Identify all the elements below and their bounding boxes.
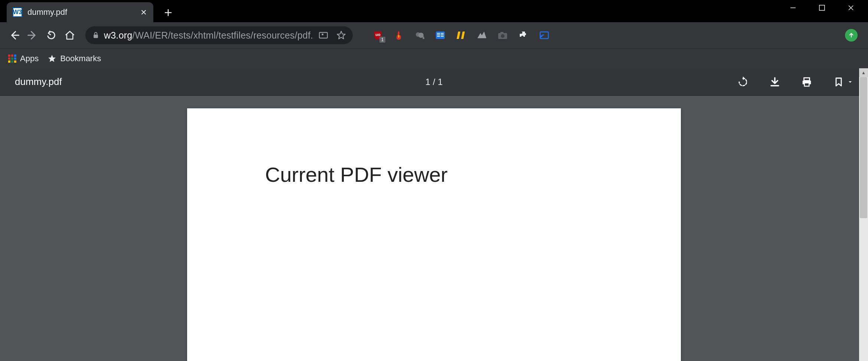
pdf-actions — [737, 76, 853, 88]
svg-rect-11 — [437, 36, 440, 37]
svg-rect-14 — [441, 36, 444, 37]
reader-extension-icon[interactable] — [435, 30, 446, 40]
svg-rect-12 — [441, 33, 444, 34]
forward-button[interactable] — [25, 28, 40, 43]
camera-extension-icon[interactable] — [497, 30, 508, 40]
svg-rect-9 — [437, 33, 440, 34]
svg-rect-0 — [819, 5, 825, 10]
svg-rect-10 — [437, 35, 440, 35]
browser-tab[interactable]: W3 dummy.pdf — [7, 2, 153, 22]
install-app-icon[interactable] — [319, 30, 328, 40]
svg-point-16 — [501, 34, 505, 38]
pdf-filename: dummy.pdf — [15, 76, 62, 88]
reload-button[interactable] — [44, 28, 59, 43]
minimize-button[interactable] — [789, 4, 797, 12]
bookmarks-shortcut[interactable]: Bookmarks — [48, 54, 101, 63]
new-tab-button[interactable] — [164, 8, 173, 17]
address-bar[interactable]: w3.org/WAI/ER/tests/xhtml/testfiles/reso… — [85, 26, 353, 44]
svg-text:uo: uo — [375, 32, 381, 37]
scroll-up-button[interactable]: ▲ — [859, 68, 868, 77]
yellow-bars-extension-icon[interactable] — [456, 30, 466, 40]
bookmarks-label: Bookmarks — [60, 54, 101, 63]
mountain-extension-icon[interactable] — [477, 30, 487, 40]
close-window-button[interactable] — [847, 4, 855, 12]
star-icon — [48, 54, 56, 63]
pdf-page-indicator[interactable]: 1 / 1 — [425, 77, 443, 87]
pdf-page: Current PDF viewer — [187, 108, 681, 361]
flame-extension-icon[interactable] — [394, 30, 404, 40]
print-button[interactable] — [801, 76, 812, 88]
extension-badge: 1 — [379, 37, 385, 43]
profile-avatar[interactable] — [845, 29, 858, 42]
pdf-viewport[interactable]: Current PDF viewer — [0, 96, 868, 361]
bookmarks-bar: Apps Bookmarks — [0, 48, 868, 68]
url-host: w3.org — [104, 30, 132, 40]
cast-icon[interactable] — [539, 30, 549, 40]
pdf-toolbar: dummy.pdf 1 / 1 — [0, 68, 868, 96]
pdf-heading-text: Current PDF viewer — [265, 163, 448, 187]
window-controls — [789, 0, 868, 22]
home-button[interactable] — [62, 28, 77, 43]
w3-favicon: W3 — [13, 7, 22, 17]
tab-title: dummy.pdf — [27, 7, 135, 17]
scroll-thumb[interactable] — [860, 77, 867, 218]
apps-shortcut[interactable]: Apps — [8, 54, 39, 63]
close-tab-button[interactable] — [140, 9, 147, 16]
url-text: w3.org/WAI/ER/tests/xhtml/testfiles/reso… — [104, 30, 314, 41]
apps-label: Apps — [20, 54, 39, 63]
extensions-area: uo 1 s — [373, 30, 549, 40]
svg-rect-17 — [500, 32, 503, 33]
svg-rect-21 — [805, 83, 809, 86]
gray-cloud-extension-icon[interactable]: s — [414, 30, 425, 40]
lock-icon — [92, 32, 99, 39]
svg-rect-13 — [441, 35, 444, 35]
bookmark-star-icon[interactable] — [336, 30, 346, 40]
svg-rect-19 — [804, 78, 810, 81]
apps-grid-icon — [8, 55, 16, 63]
url-path: /WAI/ER/tests/xhtml/testfiles/resources/… — [132, 30, 314, 40]
svg-text:s: s — [422, 36, 424, 40]
download-button[interactable] — [769, 76, 780, 88]
window-titlebar: W3 dummy.pdf — [0, 0, 868, 22]
back-button[interactable] — [7, 28, 22, 43]
vertical-scrollbar[interactable]: ▲ — [859, 68, 868, 361]
extensions-puzzle-icon[interactable] — [518, 30, 529, 40]
rotate-button[interactable] — [737, 76, 748, 88]
browser-toolbar: w3.org/WAI/ER/tests/xhtml/testfiles/reso… — [0, 22, 868, 48]
pdf-bookmark-dropdown[interactable] — [847, 76, 853, 88]
svg-rect-18 — [540, 32, 548, 39]
ublock-extension-icon[interactable]: uo 1 — [373, 30, 383, 40]
svg-rect-3 — [322, 34, 323, 35]
svg-rect-1 — [94, 35, 98, 38]
pdf-bookmark-button[interactable] — [833, 76, 844, 88]
maximize-button[interactable] — [818, 4, 826, 12]
